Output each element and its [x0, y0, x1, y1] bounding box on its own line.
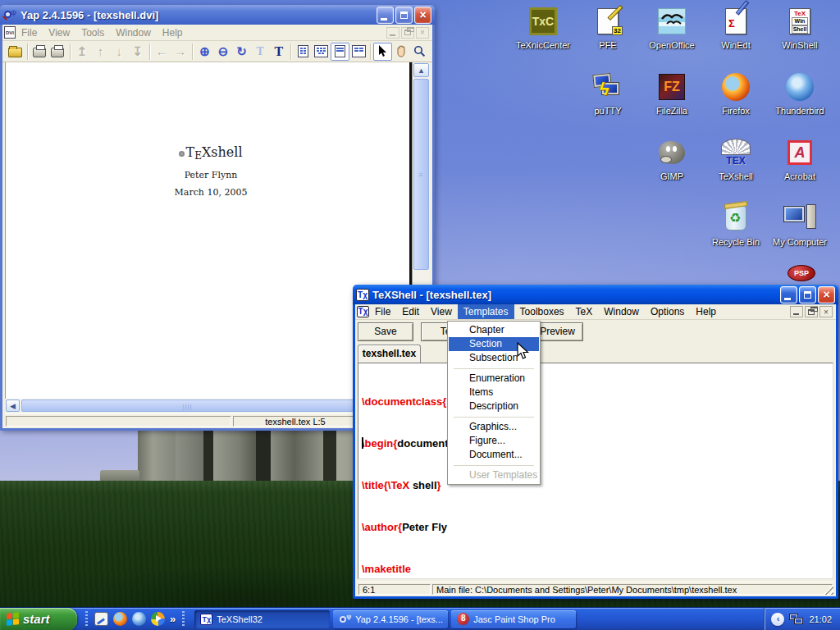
zoom-in-button[interactable]: ⊕: [195, 43, 214, 61]
mdi-minimize-button[interactable]: [790, 306, 803, 317]
thunderbird-quicklaunch-icon[interactable]: [132, 612, 146, 626]
next-page-button[interactable]: ↓: [110, 43, 129, 61]
desktop-icon-winedt[interactable]: Σ WinEdt: [704, 5, 768, 50]
taskbar-button-yap[interactable]: ψ Yap 2.4.1596 - [texs...: [333, 610, 448, 628]
mediaplayer-quicklaunch-icon[interactable]: [151, 612, 165, 626]
render-text-button[interactable]: T: [269, 43, 288, 61]
forward-button[interactable]: →: [171, 43, 190, 61]
open-button[interactable]: [6, 43, 25, 61]
facing-page-view-button[interactable]: [313, 43, 331, 61]
menu-item-graphics[interactable]: Graphics...: [449, 420, 539, 434]
last-page-button[interactable]: ↧: [128, 43, 147, 61]
desktop-icon-mycomputer[interactable]: My Computer: [768, 202, 832, 247]
prev-page-button[interactable]: ↑: [91, 43, 110, 61]
menu-item-chapter[interactable]: Chapter: [449, 323, 539, 337]
menu-item-figure[interactable]: Figure...: [449, 434, 539, 448]
tab-texshell-tex[interactable]: texshell.tex: [358, 345, 421, 363]
yap-mdi-restore-button[interactable]: [401, 27, 414, 39]
menu-tex[interactable]: TeX: [570, 304, 599, 319]
first-page-button[interactable]: ↥: [73, 43, 92, 61]
desktop-icon-thunderbird[interactable]: Thunderbird: [768, 71, 832, 116]
single-page-view-button[interactable]: [294, 43, 313, 61]
desktop-icon-recyclebin[interactable]: ♻ Recycle Bin: [704, 202, 768, 247]
texshell-maximize-button[interactable]: [799, 286, 816, 304]
horizontal-scroll-thumb[interactable]: ||||: [21, 399, 354, 412]
desktop-icon-pfe[interactable]: 32 PFE: [576, 5, 640, 50]
select-tool-button[interactable]: [373, 43, 392, 61]
menu-view[interactable]: View: [425, 304, 458, 319]
desktop-icon-psp[interactable]: PSP: [769, 262, 833, 284]
print-button[interactable]: [30, 43, 49, 61]
clock[interactable]: 21:02: [809, 614, 832, 624]
yap-close-button[interactable]: ×: [414, 7, 431, 24]
pan-tool-button[interactable]: [392, 43, 411, 61]
desktop-icon-acrobat[interactable]: A Acrobat: [768, 136, 832, 181]
menu-file[interactable]: File: [369, 304, 396, 319]
tray-collapse-chevron[interactable]: ‹: [771, 613, 784, 626]
taskbar-button-texshell[interactable]: Tχ TeXShell32: [194, 610, 330, 628]
mdi-close-button[interactable]: ×: [819, 306, 833, 317]
menu-templates[interactable]: Templates: [458, 304, 514, 319]
dvi-page-preview[interactable]: TEXshell Peter Flynn March 10, 2005: [6, 62, 412, 399]
menu-edit[interactable]: Edit: [396, 304, 425, 319]
vertical-scroll-thumb[interactable]: ≡: [413, 79, 429, 270]
continuous-facing-view-button[interactable]: [349, 43, 368, 61]
scroll-up-button[interactable]: ▲: [413, 63, 429, 77]
desktop-icon-gimp[interactable]: GIMP: [640, 136, 704, 181]
menu-toolboxes[interactable]: Toolboxes: [514, 304, 570, 319]
yap-menu-tools[interactable]: Tools: [75, 25, 110, 40]
menu-options[interactable]: Options: [645, 304, 690, 319]
menu-item-enumeration[interactable]: Enumeration: [449, 372, 539, 386]
desktop-icon-putty[interactable]: ϟ puTTY: [576, 71, 640, 116]
yap-minimize-button[interactable]: [377, 7, 394, 24]
texshell-mdi-icon: Tχ: [357, 306, 369, 317]
desktop-icon-filezilla[interactable]: FZ FileZilla: [640, 71, 704, 116]
desktop-icon-texniccenter[interactable]: TxC TeXnicCenter: [511, 5, 575, 50]
toolbar-grip[interactable]: [182, 611, 185, 628]
pfe-icon: 32: [597, 8, 619, 34]
print-setup-button[interactable]: [48, 43, 67, 61]
menu-item-document[interactable]: Document...: [449, 448, 539, 462]
save-button[interactable]: Save: [358, 322, 413, 341]
firefox-icon: [722, 73, 750, 101]
refresh-button[interactable]: ↻: [232, 43, 251, 61]
continuous-view-button[interactable]: [331, 43, 349, 61]
menu-help[interactable]: Help: [690, 304, 722, 319]
menu-window[interactable]: Window: [598, 304, 645, 319]
desktop-icon-openoffice[interactable]: OpenOffice: [640, 5, 704, 50]
desktop-icon-winshell[interactable]: TeX Win Shell WinShell: [768, 5, 832, 50]
yap-mdi-minimize-button[interactable]: [386, 27, 399, 39]
source-specials-button[interactable]: T: [251, 43, 270, 61]
yap-menu-view[interactable]: View: [43, 25, 75, 40]
yap-menu-help[interactable]: Help: [157, 25, 189, 40]
menu-item-items[interactable]: Items: [449, 386, 539, 399]
menu-item-description[interactable]: Description: [449, 399, 539, 413]
texshell-close-button[interactable]: ×: [818, 286, 835, 304]
yap-menu-file[interactable]: File: [16, 25, 43, 40]
back-button[interactable]: ←: [153, 43, 171, 61]
texshell-minimize-button[interactable]: [780, 286, 797, 304]
document-date: March 10, 2005: [96, 187, 326, 198]
horizontal-scrollbar[interactable]: ◀ |||| ▶: [5, 399, 413, 413]
scroll-left-button[interactable]: ◀: [6, 399, 20, 412]
yap-maximize-button[interactable]: [395, 7, 413, 24]
zoom-out-button[interactable]: ⊖: [214, 43, 233, 61]
magnifier-tool-button[interactable]: [410, 43, 429, 61]
network-status-icon[interactable]: [789, 613, 804, 626]
texshell-titlebar[interactable]: Tχ TeXShell - [texshell.tex] ×: [353, 285, 838, 304]
code-editor[interactable]: \documentclass{ \begin{document} \title{…: [358, 363, 833, 579]
start-button[interactable]: start: [0, 608, 77, 630]
quicklaunch-overflow-chevron[interactable]: »: [170, 613, 176, 625]
show-desktop-icon[interactable]: [94, 612, 108, 626]
taskbar-button-psp[interactable]: 8 Jasc Paint Shop Pro: [451, 610, 576, 628]
code-line: \documentclass{: [362, 395, 833, 409]
yap-menu-window[interactable]: Window: [110, 25, 157, 40]
toolbar-grip[interactable]: [85, 611, 88, 628]
desktop-icon-firefox[interactable]: Firefox: [704, 71, 768, 116]
yap-mdi-close-button[interactable]: ×: [416, 27, 429, 39]
desktop-icon-texshell[interactable]: TEX TeXshell: [704, 136, 768, 181]
resize-grip[interactable]: [824, 585, 833, 595]
yap-titlebar[interactable]: ψ Yap 2.4.1596 - [texshell.dvi] ×: [0, 5, 435, 25]
mdi-restore-button[interactable]: [805, 306, 818, 317]
firefox-quicklaunch-icon[interactable]: [113, 612, 127, 626]
